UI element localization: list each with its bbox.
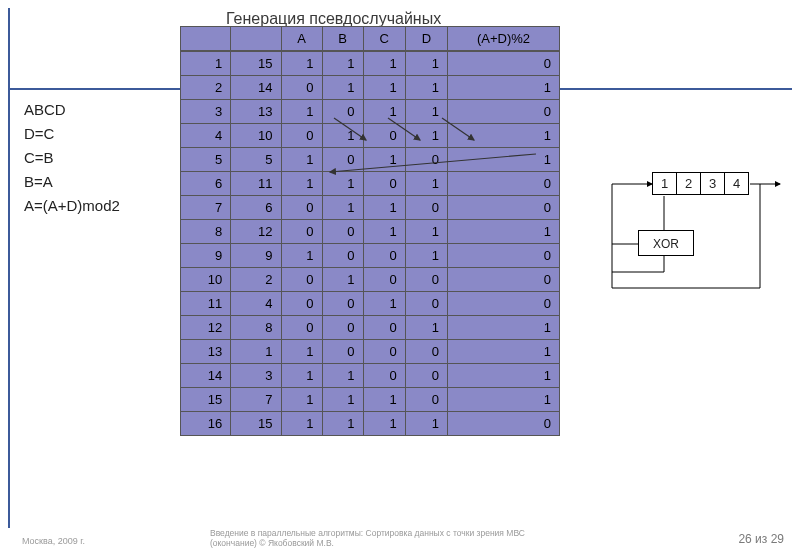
table-cell: 1 xyxy=(447,340,559,364)
table-cell: 1 xyxy=(405,76,447,100)
table-cell: 0 xyxy=(281,268,322,292)
table-cell: 0 xyxy=(281,292,322,316)
table-cell: 1 xyxy=(405,51,447,76)
table-row: 161511110 xyxy=(181,412,560,436)
table-row: 11400100 xyxy=(181,292,560,316)
table-cell: 1 xyxy=(363,76,405,100)
table-cell: 15 xyxy=(181,388,231,412)
table-cell: 14 xyxy=(181,364,231,388)
table-cell: 11 xyxy=(181,292,231,316)
table-header xyxy=(181,27,231,52)
table-row: 14311001 xyxy=(181,364,560,388)
table-cell: 1 xyxy=(405,100,447,124)
table-cell: 0 xyxy=(363,268,405,292)
table-cell: 1 xyxy=(322,268,363,292)
table-row: 81200111 xyxy=(181,220,560,244)
table-cell: 12 xyxy=(181,316,231,340)
table-cell: 0 xyxy=(363,124,405,148)
table-cell: 15 xyxy=(231,412,281,436)
table-cell: 15 xyxy=(231,51,281,76)
table-cell: 1 xyxy=(322,124,363,148)
formula-row: C=B xyxy=(24,146,120,170)
table-row: 7601100 xyxy=(181,196,560,220)
table-row: 15711101 xyxy=(181,388,560,412)
table-cell: 1 xyxy=(363,100,405,124)
table-cell: 2 xyxy=(231,268,281,292)
table-cell: 8 xyxy=(181,220,231,244)
table-cell: 3 xyxy=(231,364,281,388)
formula-block: ABCD D=C C=B B=A A=(A+D)mod2 xyxy=(24,98,120,218)
table-cell: 1 xyxy=(363,220,405,244)
lfsr-wires-icon xyxy=(600,172,786,332)
table-cell: 0 xyxy=(405,340,447,364)
table-header: (A+D)%2 xyxy=(447,27,559,52)
table-cell: 1 xyxy=(405,172,447,196)
table-cell: 1 xyxy=(231,340,281,364)
table-cell: 1 xyxy=(363,51,405,76)
table-cell: 1 xyxy=(447,220,559,244)
table-cell: 1 xyxy=(281,51,322,76)
table-cell: 5 xyxy=(181,148,231,172)
table-header: B xyxy=(322,27,363,52)
formula-row: D=C xyxy=(24,122,120,146)
table-cell: 0 xyxy=(405,364,447,388)
table-cell: 0 xyxy=(363,172,405,196)
table-cell: 1 xyxy=(181,51,231,76)
table-header xyxy=(231,27,281,52)
table-cell: 0 xyxy=(405,388,447,412)
table-row: 31310110 xyxy=(181,100,560,124)
table-cell: 1 xyxy=(322,196,363,220)
table-cell: 11 xyxy=(231,172,281,196)
table-cell: 0 xyxy=(447,244,559,268)
frame-left xyxy=(8,8,10,528)
table-cell: 0 xyxy=(281,76,322,100)
table-cell: 0 xyxy=(322,220,363,244)
table-cell: 0 xyxy=(447,292,559,316)
table-cell: 0 xyxy=(363,244,405,268)
table-header: A xyxy=(281,27,322,52)
table-cell: 0 xyxy=(322,244,363,268)
table-row: 13110001 xyxy=(181,340,560,364)
table-cell: 13 xyxy=(181,340,231,364)
table-cell: 1 xyxy=(322,76,363,100)
table-cell: 16 xyxy=(181,412,231,436)
table-cell: 4 xyxy=(231,292,281,316)
table-row: 5510101 xyxy=(181,148,560,172)
footer-left: Москва, 2009 г. xyxy=(22,536,85,546)
table-cell: 13 xyxy=(231,100,281,124)
table-cell: 9 xyxy=(181,244,231,268)
table-cell: 0 xyxy=(447,172,559,196)
table-cell: 0 xyxy=(447,100,559,124)
table-cell: 10 xyxy=(181,268,231,292)
table-cell: 1 xyxy=(322,412,363,436)
table-cell: 0 xyxy=(447,196,559,220)
table-cell: 8 xyxy=(231,316,281,340)
table-cell: 0 xyxy=(281,196,322,220)
table-cell: 1 xyxy=(447,148,559,172)
table-row: 9910010 xyxy=(181,244,560,268)
table-cell: 4 xyxy=(181,124,231,148)
table-cell: 0 xyxy=(281,220,322,244)
table-header: C xyxy=(363,27,405,52)
table-cell: 1 xyxy=(363,196,405,220)
table-cell: 1 xyxy=(322,172,363,196)
table-cell: 1 xyxy=(281,172,322,196)
table-cell: 1 xyxy=(281,148,322,172)
table-cell: 1 xyxy=(322,364,363,388)
table-row: 61111010 xyxy=(181,172,560,196)
table-cell: 5 xyxy=(231,148,281,172)
table-cell: 1 xyxy=(281,412,322,436)
table-cell: 0 xyxy=(363,364,405,388)
footer-right: 26 из 29 xyxy=(738,532,784,546)
table-cell: 0 xyxy=(447,412,559,436)
page-total: 29 xyxy=(771,532,784,546)
table-cell: 1 xyxy=(405,412,447,436)
table-cell: 10 xyxy=(231,124,281,148)
table-cell: 12 xyxy=(231,220,281,244)
table-row: 12800011 xyxy=(181,316,560,340)
table-cell: 1 xyxy=(363,292,405,316)
table-cell: 0 xyxy=(322,316,363,340)
table-cell: 1 xyxy=(281,244,322,268)
table-cell: 0 xyxy=(322,340,363,364)
table-cell: 0 xyxy=(405,196,447,220)
